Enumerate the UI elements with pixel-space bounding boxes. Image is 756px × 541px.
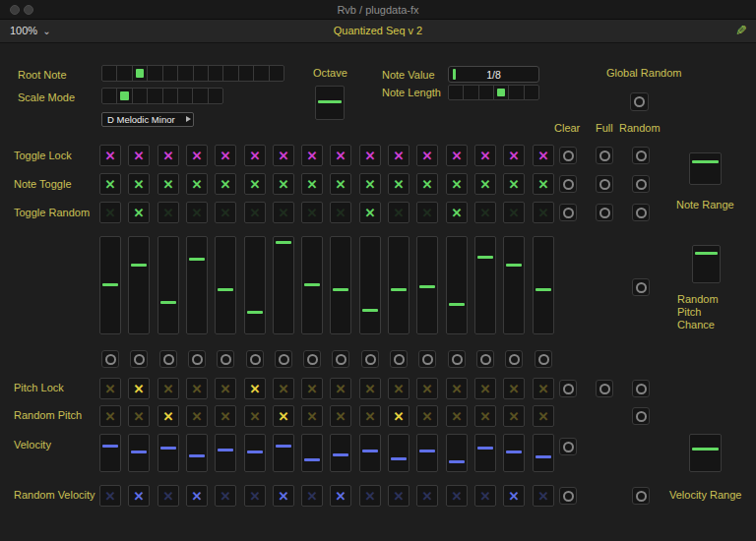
toggle-random-toggle[interactable]: ✕	[158, 202, 179, 223]
random-velocity-clear-bang[interactable]	[559, 487, 577, 505]
pitch-step-bang[interactable]	[275, 350, 292, 368]
velocity-slider[interactable]	[273, 434, 294, 472]
pitch-step-bang[interactable]	[101, 350, 119, 368]
radio-cell[interactable]	[494, 86, 509, 99]
radio-cell[interactable]	[239, 66, 254, 81]
note-toggle-clear-bang[interactable]	[559, 175, 577, 193]
pitch-step-bang[interactable]	[448, 350, 466, 368]
radio-cell[interactable]	[148, 66, 162, 81]
toggle-random-toggle[interactable]: ✕	[416, 202, 438, 223]
random-velocity-toggle[interactable]: ✕	[99, 485, 121, 507]
note-toggle-toggle[interactable]: ✕	[215, 173, 236, 195]
toggle-lock-random-bang[interactable]	[632, 147, 650, 164]
toggle-random-toggle[interactable]: ✕	[244, 202, 266, 223]
toggle-lock-toggle[interactable]: ✕	[244, 145, 266, 166]
toggle-lock-clear-bang[interactable]	[559, 147, 577, 164]
toggle-random-toggle[interactable]: ✕	[301, 202, 323, 223]
pitch-step-bang[interactable]	[217, 350, 234, 368]
pitch-lock-toggle[interactable]: ✕	[301, 378, 323, 399]
pitch-step-bang[interactable]	[130, 350, 148, 368]
toggle-random-toggle[interactable]: ✕	[99, 202, 121, 223]
note-toggle-toggle[interactable]: ✕	[416, 173, 438, 195]
random-velocity-toggle[interactable]: ✕	[128, 485, 150, 507]
radio-cell[interactable]	[117, 66, 132, 81]
toggle-lock-toggle[interactable]: ✕	[446, 145, 468, 166]
random-velocity-toggle[interactable]: ✕	[474, 485, 496, 507]
pitch-slider[interactable]	[244, 236, 266, 334]
toggle-random-toggle[interactable]: ✕	[215, 202, 236, 223]
pitch-lock-toggle[interactable]: ✕	[128, 378, 150, 399]
velocity-slider[interactable]	[359, 434, 381, 472]
pitch-lock-toggle[interactable]: ✕	[186, 378, 208, 399]
toggle-lock-toggle[interactable]: ✕	[186, 145, 208, 166]
toggle-lock-toggle[interactable]: ✕	[503, 145, 525, 166]
pitch-slider[interactable]	[416, 236, 438, 334]
random-pitch-toggle[interactable]: ✕	[359, 405, 381, 427]
pitch-lock-toggle[interactable]: ✕	[215, 378, 236, 399]
note-toggle-toggle[interactable]: ✕	[503, 173, 525, 195]
random-velocity-random-bang[interactable]	[632, 487, 650, 505]
pitch-lock-full-bang[interactable]	[596, 380, 613, 397]
velocity-slider[interactable]	[533, 434, 554, 472]
radio-cell[interactable]	[223, 66, 238, 81]
pitch-slider[interactable]	[186, 236, 208, 334]
note-toggle-toggle[interactable]: ✕	[273, 173, 294, 195]
toggle-lock-toggle[interactable]: ✕	[99, 145, 121, 166]
pitch-step-bang[interactable]	[361, 350, 379, 368]
radio-cell[interactable]	[133, 66, 148, 81]
pitch-slider[interactable]	[158, 236, 179, 334]
pitch-slider[interactable]	[99, 236, 121, 334]
toggle-lock-toggle[interactable]: ✕	[301, 145, 323, 166]
toggle-random-toggle[interactable]: ✕	[359, 202, 381, 223]
pitch-lock-toggle[interactable]: ✕	[533, 378, 554, 399]
random-pitch-toggle[interactable]: ✕	[158, 405, 179, 427]
velocity-slider[interactable]	[446, 434, 468, 472]
toggle-random-toggle[interactable]: ✕	[128, 202, 150, 223]
random-velocity-toggle[interactable]: ✕	[186, 485, 208, 507]
velocity-slider[interactable]	[330, 434, 351, 472]
velocity-slider[interactable]	[503, 434, 525, 472]
random-pitch-toggle[interactable]: ✕	[446, 405, 468, 427]
radio-cell[interactable]	[209, 66, 223, 81]
random-velocity-toggle[interactable]: ✕	[158, 485, 179, 507]
pitch-lock-clear-bang[interactable]	[559, 380, 577, 397]
toggle-lock-toggle[interactable]: ✕	[474, 145, 496, 166]
random-velocity-toggle[interactable]: ✕	[446, 485, 468, 507]
radio-cell[interactable]	[464, 86, 478, 99]
toggle-lock-toggle[interactable]: ✕	[330, 145, 351, 166]
random-pitch-toggle[interactable]: ✕	[186, 405, 208, 427]
random-pitch-toggle[interactable]: ✕	[99, 405, 121, 427]
pitch-slider[interactable]	[215, 236, 236, 334]
random-velocity-toggle[interactable]: ✕	[388, 485, 410, 507]
random-pitch-chance-bang[interactable]	[632, 278, 650, 296]
pitch-lock-toggle[interactable]: ✕	[99, 378, 121, 399]
radio-cell[interactable]	[178, 66, 193, 81]
random-pitch-toggle[interactable]: ✕	[533, 405, 554, 427]
note-toggle-toggle[interactable]: ✕	[99, 173, 121, 195]
radio-cell[interactable]	[117, 89, 132, 103]
pitch-lock-random-bang[interactable]	[632, 380, 650, 397]
pitch-slider[interactable]	[388, 236, 410, 334]
random-pitch-toggle[interactable]: ✕	[128, 405, 150, 427]
random-pitch-chance-slider[interactable]	[692, 245, 721, 283]
note-toggle-toggle[interactable]: ✕	[359, 173, 381, 195]
pitch-step-bang[interactable]	[390, 350, 408, 368]
toggle-lock-toggle[interactable]: ✕	[158, 145, 179, 166]
toggle-random-toggle[interactable]: ✕	[186, 202, 208, 223]
pitch-step-bang[interactable]	[476, 350, 494, 368]
pitch-step-bang[interactable]	[418, 350, 436, 368]
note-toggle-toggle[interactable]: ✕	[158, 173, 179, 195]
toggle-random-toggle[interactable]: ✕	[503, 202, 525, 223]
random-pitch-toggle[interactable]: ✕	[215, 405, 236, 427]
pitch-step-bang[interactable]	[159, 350, 177, 368]
octave-slider[interactable]	[315, 86, 345, 120]
note-toggle-random-bang[interactable]	[632, 175, 650, 193]
radio-cell[interactable]	[163, 89, 178, 103]
radio-cell[interactable]	[102, 66, 117, 81]
velocity-slider[interactable]	[158, 434, 179, 472]
random-pitch-toggle[interactable]: ✕	[388, 405, 410, 427]
toggle-random-random-bang[interactable]	[632, 204, 650, 221]
pitch-slider[interactable]	[128, 236, 150, 334]
radio-cell[interactable]	[254, 66, 269, 81]
note-toggle-toggle[interactable]: ✕	[388, 173, 410, 195]
